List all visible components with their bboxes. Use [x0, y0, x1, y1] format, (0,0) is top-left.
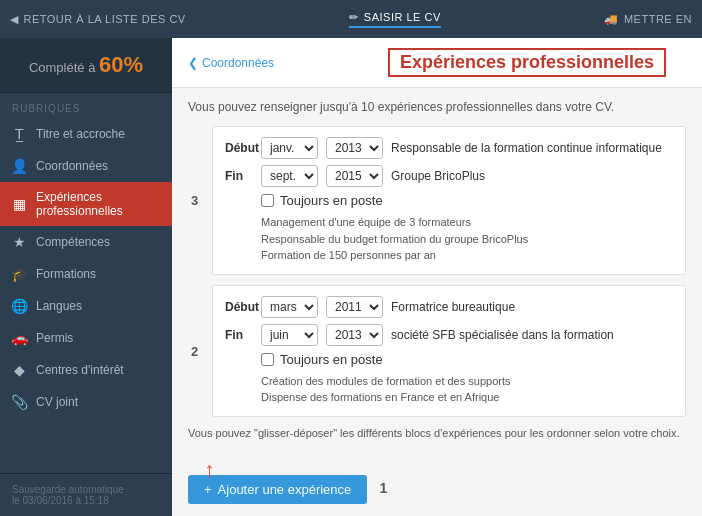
exp-company-2: société SFB spécialisée dans la formatio…: [391, 328, 673, 342]
centres-icon: ◆: [10, 362, 28, 378]
debut-mois-select-2[interactable]: janv.févr.marsavr. maijuinjuil.août sept…: [261, 296, 318, 318]
main-content: ❮ Coordonnées Expériences professionnell…: [172, 38, 702, 516]
sidebar-label-cv-joint: CV joint: [36, 395, 78, 409]
sidebar-label-competences: Compétences: [36, 235, 110, 249]
plus-icon: +: [204, 482, 212, 497]
fin-row-2: Fin janv.févr.marsavr. maijuinjuil.août …: [225, 324, 673, 346]
mettre-en-tab[interactable]: 🚚 METTRE EN: [604, 13, 692, 26]
toujours-checkbox-2[interactable]: [261, 353, 274, 366]
info-text: Vous pouvez renseigner jusqu'à 10 expéri…: [188, 100, 686, 114]
toujours-row-3: Toujours en poste: [225, 193, 673, 208]
debut-row-2: Début janv.févr.marsavr. maijuinjuil.aoû…: [225, 296, 673, 318]
exp-title-3: Responsable de la formation continue inf…: [391, 141, 673, 155]
page-title: Expériences professionnelles: [388, 48, 666, 77]
sidebar-item-titre[interactable]: T̲ Titre et accroche: [0, 118, 172, 150]
fin-mois-select-3[interactable]: janv.févr.marsavr. maijuinjuil.août sept…: [261, 165, 318, 187]
cv-joint-icon: 📎: [10, 394, 28, 410]
completion-percent: 60%: [99, 52, 143, 77]
sidebar-label-centres: Centres d'intérêt: [36, 363, 124, 377]
rubriques-label: RUBRIQUES: [0, 93, 172, 118]
debut-label-2: Début: [225, 300, 253, 314]
drag-hint: Vous pouvez "glisser-déposer" les différ…: [188, 427, 686, 439]
toujours-row-2: Toujours en poste: [225, 352, 673, 367]
bottom-area: ↑ + Ajouter une expérience 1: [172, 475, 702, 516]
back-label: Coordonnées: [202, 56, 274, 70]
sidebar-label-experiences: Expériences professionnelles: [36, 190, 162, 218]
experiences-list: 3 Début janv.févr.marsavr. maijuinjuil.a…: [188, 126, 686, 417]
sidebar-item-permis[interactable]: 🚗 Permis: [0, 322, 172, 354]
pencil-icon: ✏: [349, 11, 359, 24]
debut-annee-select-2[interactable]: 201120122013: [326, 296, 383, 318]
sidebar-label-titre: Titre et accroche: [36, 127, 125, 141]
sidebar-item-competences[interactable]: ★ Compétences: [0, 226, 172, 258]
toujours-label-2: Toujours en poste: [280, 352, 383, 367]
completion-label: Complété à: [29, 60, 95, 75]
sidebar-label-formations: Formations: [36, 267, 96, 281]
completion-section: Complété à 60%: [0, 38, 172, 93]
top-nav: ◀ RETOUR À LA LISTE DES CV ✏ SAISIR LE C…: [0, 0, 702, 38]
coordonnees-icon: 👤: [10, 158, 28, 174]
fin-label-2: Fin: [225, 328, 253, 342]
fin-mois-select-2[interactable]: janv.févr.marsavr. maijuinjuil.août sept…: [261, 324, 318, 346]
competences-icon: ★: [10, 234, 28, 250]
sidebar-item-langues[interactable]: 🌐 Langues: [0, 290, 172, 322]
autosave-date: le 03/06/2016 à 15:18: [12, 495, 160, 506]
sidebar-item-coordonnees[interactable]: 👤 Coordonnées: [0, 150, 172, 182]
main-header: ❮ Coordonnées Expériences professionnell…: [172, 38, 702, 88]
block-number-2: 2: [191, 343, 198, 358]
number-label-1: 1: [380, 480, 388, 496]
autosave-section: Sauvegarde automatique le 03/06/2016 à 1…: [0, 473, 172, 516]
sidebar-label-langues: Langues: [36, 299, 82, 313]
add-button-label: Ajouter une expérience: [218, 482, 352, 497]
fin-row-3: Fin janv.févr.marsavr. maijuinjuil.août …: [225, 165, 673, 187]
autosave-label: Sauvegarde automatique: [12, 484, 160, 495]
back-icon: ◀: [10, 13, 19, 26]
experience-block-2: 2 Début janv.févr.marsavr. maijuinjuil.a…: [212, 285, 686, 417]
fin-annee-select-3[interactable]: 201420152016: [326, 165, 383, 187]
titre-icon: T̲: [10, 126, 28, 142]
fin-label-3: Fin: [225, 169, 253, 183]
toujours-label-3: Toujours en poste: [280, 193, 383, 208]
exp-title-2: Formatrice bureautique: [391, 300, 673, 314]
langues-icon: 🌐: [10, 298, 28, 314]
sidebar: Complété à 60% RUBRIQUES T̲ Titre et acc…: [0, 38, 172, 516]
debut-mois-select-3[interactable]: janv.févr.marsavr. maijuinjuil.août sept…: [261, 137, 318, 159]
debut-annee-select-3[interactable]: 201320142015: [326, 137, 383, 159]
back-to-list[interactable]: ◀ RETOUR À LA LISTE DES CV: [10, 13, 186, 26]
sidebar-item-centres[interactable]: ◆ Centres d'intérêt: [0, 354, 172, 386]
experiences-icon: ▦: [10, 196, 28, 212]
truck-icon: 🚚: [604, 13, 619, 26]
sidebar-label-permis: Permis: [36, 331, 73, 345]
fin-annee-select-2[interactable]: 201220132014: [326, 324, 383, 346]
exp-desc-2: Création des modules de formation et des…: [225, 373, 673, 406]
sidebar-item-formations[interactable]: 🎓 Formations: [0, 258, 172, 290]
block-number-3: 3: [191, 193, 198, 208]
sidebar-item-experiences[interactable]: ▦ Expériences professionnelles: [0, 182, 172, 226]
back-coordonnees[interactable]: ❮ Coordonnées: [188, 56, 274, 70]
debut-label-3: Début: [225, 141, 253, 155]
exp-company-3: Groupe BricoPlus: [391, 169, 673, 183]
main-body: Vous pouvez renseigner jusqu'à 10 expéri…: [172, 88, 702, 475]
saisir-cv-tab[interactable]: ✏ SAISIR LE CV: [349, 11, 440, 28]
chevron-left-icon: ❮: [188, 56, 198, 70]
arrow-up-icon: ↑: [204, 457, 215, 483]
formations-icon: 🎓: [10, 266, 28, 282]
permis-icon: 🚗: [10, 330, 28, 346]
toujours-checkbox-3[interactable]: [261, 194, 274, 207]
exp-desc-3: Management d'une équipe de 3 formateurs …: [225, 214, 673, 264]
debut-row-3: Début janv.févr.marsavr. maijuinjuil.aoû…: [225, 137, 673, 159]
sidebar-item-cv-joint[interactable]: 📎 CV joint: [0, 386, 172, 418]
sidebar-label-coordonnees: Coordonnées: [36, 159, 108, 173]
experience-block-3: 3 Début janv.févr.marsavr. maijuinjuil.a…: [212, 126, 686, 275]
